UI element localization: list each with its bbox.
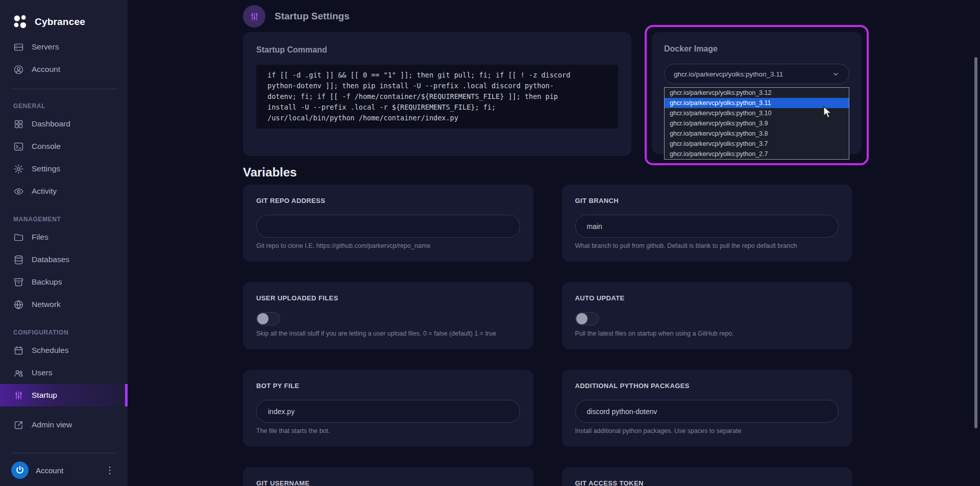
docker-image-selected-value: ghcr.io/parkervcp/yolks:python_3.11 — [674, 70, 828, 78]
variable-helper-text: What branch to pull from github. Default… — [575, 242, 839, 249]
variable-input[interactable] — [575, 400, 839, 423]
sidebar-item-activity[interactable]: Activity — [0, 180, 128, 202]
variable-input[interactable] — [256, 400, 520, 423]
external-link-icon — [13, 420, 24, 430]
docker-image-highlight-outline: Docker Image ghcr.io/parkervcp/yolks:pyt… — [645, 25, 869, 165]
sidebar-item-label: Admin view — [32, 420, 72, 429]
docker-image-option[interactable]: ghcr.io/parkervcp/yolks:python_3.7 — [665, 139, 849, 149]
docker-image-option[interactable]: ghcr.io/parkervcp/yolks:python_2.7 — [665, 149, 849, 159]
sidebar-item-network[interactable]: Network — [0, 293, 128, 316]
sidebar-item-account[interactable]: Account — [0, 58, 128, 81]
account-icon — [13, 64, 24, 75]
cybrancee-logo-icon — [11, 13, 29, 31]
variable-label: AUTO UPDATE — [575, 294, 839, 302]
page-title: Startup Settings — [275, 11, 350, 22]
sidebar-item-admin-view[interactable]: Admin view — [0, 414, 128, 436]
startup-icon — [13, 390, 24, 401]
variable-label: GIT REPO ADDRESS — [256, 197, 520, 204]
dashboard-icon — [13, 119, 24, 130]
databases-icon — [13, 254, 24, 265]
docker-image-option[interactable]: ghcr.io/parkervcp/yolks:python_3.8 — [665, 129, 849, 139]
variable-label: ADDITIONAL PYTHON PACKAGES — [575, 382, 839, 390]
startup-command-card: Startup Command if [[ -d .git ]] && [[ 0… — [243, 32, 631, 156]
toggle-knob — [576, 313, 587, 324]
variable-label: BOT PY FILE — [256, 382, 520, 390]
sidebar-item-users[interactable]: Users — [0, 362, 128, 384]
variable-label: GIT ACCESS TOKEN — [575, 479, 839, 486]
settings-icon — [13, 164, 24, 174]
top-cards-row: Startup Command if [[ -d .git ]] && [[ 0… — [243, 32, 869, 156]
users-icon — [13, 368, 24, 378]
docker-image-option[interactable]: ghcr.io/parkervcp/yolks:python_3.9 — [665, 118, 849, 129]
sidebar-item-servers[interactable]: Servers — [0, 36, 128, 58]
variable-label: USER UPLOADED FILES — [256, 294, 520, 302]
sidebar-item-label: Account — [32, 65, 60, 74]
network-icon — [13, 299, 24, 310]
variables-heading: Variables — [243, 165, 980, 180]
sidebar-item-label: Startup — [32, 391, 57, 400]
variable-card-git-username: GIT USERNAME — [243, 467, 533, 486]
toggle-knob — [257, 313, 268, 324]
schedules-icon — [13, 345, 24, 356]
sidebar-item-label: Files — [32, 233, 48, 242]
brand-logo[interactable]: Cybrancee — [0, 0, 128, 36]
sidebar-item-label: Dashboard — [32, 119, 70, 129]
backups-icon — [13, 277, 24, 288]
startup-settings-badge — [243, 5, 265, 28]
variables-grid: GIT REPO ADDRESSGit repo to clone I.E. h… — [243, 185, 852, 486]
account-footer-label: Account — [36, 466, 95, 475]
sidebar-footer: Account ⋮ — [0, 453, 128, 486]
scrollbar[interactable] — [974, 57, 977, 428]
sidebar-item-label: Users — [32, 368, 52, 377]
startup-command-code[interactable]: if [[ -d .git ]] && [[ 0 == "1" ]]; then… — [256, 65, 618, 129]
files-icon — [13, 232, 24, 243]
variable-helper-text: Git repo to clone I.E. https://github.co… — [256, 242, 520, 249]
sidebar-item-dashboard[interactable]: Dashboard — [0, 113, 128, 135]
variable-helper-text: Skip all the install stuff if you are le… — [256, 330, 520, 337]
variable-helper-text: Install additional python packages. Use … — [575, 427, 839, 434]
toggle-switch[interactable] — [256, 312, 280, 325]
sidebar-item-startup[interactable]: Startup — [0, 384, 128, 406]
sidebar-item-backups[interactable]: Backups — [0, 271, 128, 293]
sidebar-item-console[interactable]: Console — [0, 135, 128, 158]
activity-icon — [13, 186, 24, 197]
sidebar-section-heading: MANAGEMENT — [0, 216, 128, 223]
account-avatar[interactable] — [11, 462, 29, 479]
sidebar-item-label: Databases — [32, 255, 69, 264]
variable-helper-text: Pull the latest files on startup when us… — [575, 330, 839, 337]
sidebar-section-heading: GENERAL — [0, 103, 128, 110]
variable-helper-text: The file that starts the bot. — [256, 427, 520, 434]
variable-card-additional-python-packages: ADDITIONAL PYTHON PACKAGESInstall additi… — [562, 370, 852, 447]
divider — [11, 89, 117, 89]
variable-card-git-repo-address: GIT REPO ADDRESSGit repo to clone I.E. h… — [243, 185, 533, 262]
sidebar-item-label: Backups — [32, 277, 62, 287]
sidebar: Cybrancee ServersAccountGENERALDashboard… — [0, 0, 128, 486]
sidebar-item-label: Activity — [32, 187, 57, 196]
docker-image-option[interactable]: ghcr.io/parkervcp/yolks:python_3.10 — [665, 108, 849, 118]
divider — [11, 453, 117, 453]
sidebar-item-databases[interactable]: Databases — [0, 248, 128, 271]
variable-card-bot-py-file: BOT PY FILEThe file that starts the bot. — [243, 370, 533, 447]
kebab-menu-icon[interactable]: ⋮ — [102, 464, 117, 477]
variable-input[interactable] — [256, 215, 520, 238]
startup-command-title: Startup Command — [256, 45, 618, 55]
docker-image-option[interactable]: ghcr.io/parkervcp/yolks:python_3.12 — [665, 88, 849, 98]
docker-image-option[interactable]: ghcr.io/parkervcp/yolks:python_3.11 — [665, 98, 849, 108]
main-content: Startup Settings Startup Command if [[ -… — [128, 0, 980, 486]
variable-card-user-uploaded-files: USER UPLOADED FILESSkip all the install … — [243, 282, 533, 349]
variable-card-git-branch: GIT BRANCHWhat branch to pull from githu… — [562, 185, 852, 262]
variable-label: GIT BRANCH — [575, 197, 839, 204]
toggle-switch[interactable] — [575, 312, 599, 325]
chevron-down-icon — [832, 70, 840, 78]
sidebar-item-schedules[interactable]: Schedules — [0, 339, 128, 362]
servers-icon — [13, 42, 24, 53]
variable-card-auto-update: AUTO UPDATEPull the latest files on star… — [562, 282, 852, 349]
sidebar-item-label: Schedules — [32, 346, 68, 355]
sidebar-item-settings[interactable]: Settings — [0, 158, 128, 180]
variable-label: GIT USERNAME — [256, 479, 520, 486]
docker-image-select[interactable]: ghcr.io/parkervcp/yolks:python_3.11 — [664, 64, 849, 84]
variable-input[interactable] — [575, 215, 839, 238]
power-icon — [15, 465, 25, 475]
sidebar-item-label: Settings — [32, 164, 60, 173]
sidebar-item-files[interactable]: Files — [0, 226, 128, 248]
